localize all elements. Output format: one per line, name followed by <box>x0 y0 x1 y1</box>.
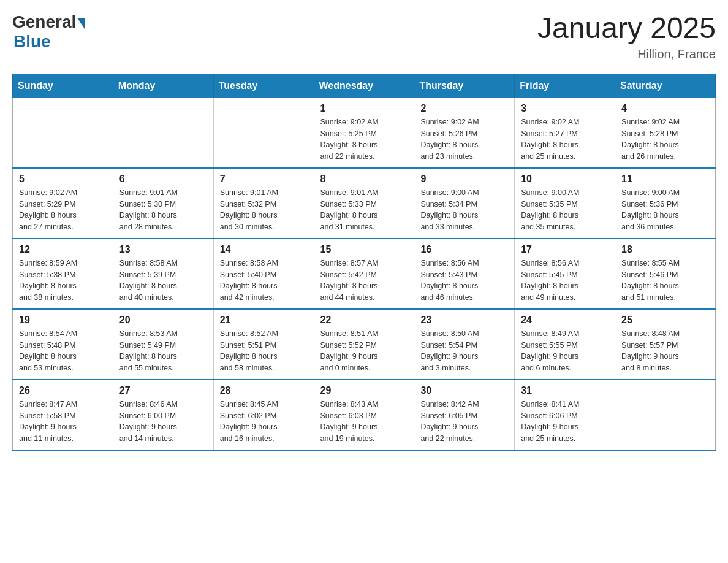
calendar-cell: 29Sunrise: 8:43 AMSunset: 6:03 PMDayligh… <box>314 380 414 450</box>
calendar-cell <box>213 98 314 168</box>
day-number: 25 <box>621 315 709 326</box>
day-number: 14 <box>220 244 308 255</box>
day-info: Sunrise: 8:45 AMSunset: 6:02 PMDaylight:… <box>220 399 308 445</box>
calendar-cell: 22Sunrise: 8:51 AMSunset: 5:52 PMDayligh… <box>314 309 414 380</box>
calendar-body: 1Sunrise: 9:02 AMSunset: 5:25 PMDaylight… <box>13 98 716 450</box>
title-section: January 2025 Hillion, France <box>537 12 716 61</box>
header-sunday: Sunday <box>13 74 113 98</box>
day-info: Sunrise: 9:02 AMSunset: 5:26 PMDaylight:… <box>420 117 508 163</box>
calendar-week-row: 19Sunrise: 8:54 AMSunset: 5:48 PMDayligh… <box>13 309 716 380</box>
day-info: Sunrise: 8:50 AMSunset: 5:54 PMDaylight:… <box>420 328 508 374</box>
calendar-cell: 25Sunrise: 8:48 AMSunset: 5:57 PMDayligh… <box>615 309 716 380</box>
calendar-cell <box>615 380 716 450</box>
calendar-cell: 28Sunrise: 8:45 AMSunset: 6:02 PMDayligh… <box>213 380 314 450</box>
calendar-cell: 16Sunrise: 8:56 AMSunset: 5:43 PMDayligh… <box>414 239 515 309</box>
day-info: Sunrise: 8:56 AMSunset: 5:43 PMDaylight:… <box>420 258 508 304</box>
calendar-cell: 31Sunrise: 8:41 AMSunset: 6:06 PMDayligh… <box>515 380 615 450</box>
day-info: Sunrise: 8:51 AMSunset: 5:52 PMDaylight:… <box>320 328 408 374</box>
day-info: Sunrise: 8:47 AMSunset: 5:58 PMDaylight:… <box>19 399 107 445</box>
calendar-week-row: 1Sunrise: 9:02 AMSunset: 5:25 PMDaylight… <box>13 98 716 168</box>
day-number: 5 <box>19 174 107 185</box>
day-info: Sunrise: 9:00 AMSunset: 5:34 PMDaylight:… <box>420 187 508 233</box>
calendar-week-row: 5Sunrise: 9:02 AMSunset: 5:29 PMDaylight… <box>13 168 716 239</box>
calendar-cell: 30Sunrise: 8:42 AMSunset: 6:05 PMDayligh… <box>414 380 515 450</box>
day-info: Sunrise: 8:58 AMSunset: 5:39 PMDaylight:… <box>119 258 207 304</box>
day-number: 20 <box>119 315 207 326</box>
day-info: Sunrise: 9:02 AMSunset: 5:28 PMDaylight:… <box>621 117 709 163</box>
calendar-cell: 15Sunrise: 8:57 AMSunset: 5:42 PMDayligh… <box>314 239 414 309</box>
day-info: Sunrise: 8:55 AMSunset: 5:46 PMDaylight:… <box>621 258 709 304</box>
logo-blue-text: Blue <box>13 32 51 51</box>
day-info: Sunrise: 8:41 AMSunset: 6:06 PMDaylight:… <box>521 399 609 445</box>
calendar-cell: 24Sunrise: 8:49 AMSunset: 5:55 PMDayligh… <box>515 309 615 380</box>
day-number: 9 <box>420 174 508 185</box>
day-info: Sunrise: 8:42 AMSunset: 6:05 PMDaylight:… <box>420 399 508 445</box>
calendar-title: January 2025 <box>537 12 716 45</box>
calendar-cell: 23Sunrise: 8:50 AMSunset: 5:54 PMDayligh… <box>414 309 515 380</box>
calendar-week-row: 12Sunrise: 8:59 AMSunset: 5:38 PMDayligh… <box>13 239 716 309</box>
day-number: 12 <box>19 244 107 255</box>
day-number: 18 <box>621 244 709 255</box>
day-info: Sunrise: 8:56 AMSunset: 5:45 PMDaylight:… <box>521 258 609 304</box>
day-number: 17 <box>521 244 609 255</box>
calendar-cell: 1Sunrise: 9:02 AMSunset: 5:25 PMDaylight… <box>314 98 414 168</box>
day-number: 31 <box>521 385 609 396</box>
calendar-cell: 3Sunrise: 9:02 AMSunset: 5:27 PMDaylight… <box>515 98 615 168</box>
day-number: 22 <box>320 315 408 326</box>
day-info: Sunrise: 9:00 AMSunset: 5:35 PMDaylight:… <box>521 187 609 233</box>
day-info: Sunrise: 8:59 AMSunset: 5:38 PMDaylight:… <box>19 258 107 304</box>
day-info: Sunrise: 9:01 AMSunset: 5:33 PMDaylight:… <box>320 187 408 233</box>
calendar-cell: 27Sunrise: 8:46 AMSunset: 6:00 PMDayligh… <box>113 380 213 450</box>
day-info: Sunrise: 8:48 AMSunset: 5:57 PMDaylight:… <box>621 328 709 374</box>
day-number: 19 <box>19 315 107 326</box>
calendar-cell: 19Sunrise: 8:54 AMSunset: 5:48 PMDayligh… <box>13 309 113 380</box>
calendar-cell: 26Sunrise: 8:47 AMSunset: 5:58 PMDayligh… <box>13 380 113 450</box>
day-info: Sunrise: 8:57 AMSunset: 5:42 PMDaylight:… <box>320 258 408 304</box>
calendar-cell: 4Sunrise: 9:02 AMSunset: 5:28 PMDaylight… <box>615 98 716 168</box>
calendar-table: SundayMondayTuesdayWednesdayThursdayFrid… <box>12 74 716 451</box>
day-number: 21 <box>220 315 308 326</box>
day-number: 10 <box>521 174 609 185</box>
calendar-cell: 17Sunrise: 8:56 AMSunset: 5:45 PMDayligh… <box>515 239 615 309</box>
day-number: 15 <box>320 244 408 255</box>
day-number: 2 <box>420 103 508 114</box>
calendar-cell <box>13 98 113 168</box>
calendar-cell: 8Sunrise: 9:01 AMSunset: 5:33 PMDaylight… <box>314 168 414 239</box>
day-number: 11 <box>621 174 709 185</box>
day-info: Sunrise: 9:01 AMSunset: 5:30 PMDaylight:… <box>119 187 207 233</box>
day-info: Sunrise: 8:52 AMSunset: 5:51 PMDaylight:… <box>220 328 308 374</box>
day-number: 4 <box>621 103 709 114</box>
day-number: 26 <box>19 385 107 396</box>
calendar-cell: 10Sunrise: 9:00 AMSunset: 5:35 PMDayligh… <box>515 168 615 239</box>
calendar-subtitle: Hillion, France <box>537 47 716 61</box>
day-info: Sunrise: 8:43 AMSunset: 6:03 PMDaylight:… <box>320 399 408 445</box>
day-info: Sunrise: 9:01 AMSunset: 5:32 PMDaylight:… <box>220 187 308 233</box>
header-thursday: Thursday <box>414 74 515 98</box>
calendar-cell: 14Sunrise: 8:58 AMSunset: 5:40 PMDayligh… <box>213 239 314 309</box>
day-number: 8 <box>320 174 408 185</box>
calendar-header: SundayMondayTuesdayWednesdayThursdayFrid… <box>13 74 716 98</box>
header-tuesday: Tuesday <box>213 74 314 98</box>
header-friday: Friday <box>515 74 615 98</box>
day-number: 24 <box>521 315 609 326</box>
calendar-cell: 20Sunrise: 8:53 AMSunset: 5:49 PMDayligh… <box>113 309 213 380</box>
day-info: Sunrise: 8:46 AMSunset: 6:00 PMDaylight:… <box>119 399 207 445</box>
logo-general-text: General <box>12 12 76 32</box>
page-header: General Blue January 2025 Hillion, Franc… <box>12 12 716 61</box>
day-number: 1 <box>320 103 408 114</box>
calendar-cell: 7Sunrise: 9:01 AMSunset: 5:32 PMDaylight… <box>213 168 314 239</box>
day-number: 13 <box>119 244 207 255</box>
day-number: 28 <box>220 385 308 396</box>
logo: General Blue <box>12 12 86 52</box>
calendar-header-row: SundayMondayTuesdayWednesdayThursdayFrid… <box>13 74 716 98</box>
day-number: 29 <box>320 385 408 396</box>
day-info: Sunrise: 8:58 AMSunset: 5:40 PMDaylight:… <box>220 258 308 304</box>
calendar-cell <box>113 98 213 168</box>
day-number: 27 <box>119 385 207 396</box>
logo-triangle-icon <box>77 18 85 29</box>
day-number: 6 <box>119 174 207 185</box>
day-number: 30 <box>420 385 508 396</box>
header-wednesday: Wednesday <box>314 74 414 98</box>
day-info: Sunrise: 9:02 AMSunset: 5:27 PMDaylight:… <box>521 117 609 163</box>
calendar-cell: 5Sunrise: 9:02 AMSunset: 5:29 PMDaylight… <box>13 168 113 239</box>
